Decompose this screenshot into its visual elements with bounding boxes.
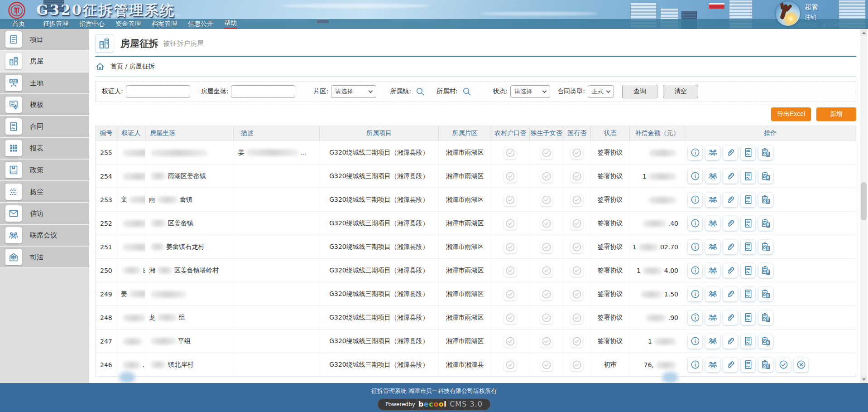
contract-doc-action-button[interactable]: [741, 287, 755, 301]
user-avatar[interactable]: [776, 1, 800, 26]
attachment-action-button[interactable]: [723, 145, 738, 160]
contract-doc-action-button[interactable]: [741, 216, 755, 231]
attachment-action-button[interactable]: [723, 193, 738, 207]
members-action-button[interactable]: [705, 216, 720, 231]
attachment-action-button[interactable]: [723, 216, 738, 231]
calculator-action-button[interactable]: [758, 310, 773, 325]
table-row-250: 250良湘区姜畲镇塔岭村G320绕城线三期项目（湘潭县段）湘潭市雨湖区签署协议1…: [96, 258, 856, 282]
nav-item-资金管理[interactable]: 资金管理: [115, 20, 141, 28]
info-action-button[interactable]: [688, 358, 702, 372]
calculator-icon: [761, 312, 771, 323]
brand-letter: e: [424, 400, 429, 408]
attachment-action-button[interactable]: [723, 358, 738, 372]
attachment-action-button[interactable]: [723, 334, 738, 349]
status-select[interactable]: 请选择: [510, 85, 550, 98]
column-header-权证人: 权证人: [117, 126, 145, 141]
members-action-button[interactable]: [705, 310, 720, 325]
blurred-text: [151, 173, 166, 179]
info-action-button[interactable]: [688, 193, 702, 207]
members-action-button[interactable]: [705, 193, 720, 207]
attachment-action-button[interactable]: [723, 310, 738, 325]
contract-doc-action-button[interactable]: [741, 193, 755, 207]
info-action-button[interactable]: [688, 310, 702, 325]
info-action-button[interactable]: [688, 263, 702, 278]
contract-doc-action-button[interactable]: [741, 263, 755, 278]
calculator-action-button[interactable]: [758, 287, 773, 301]
nav-item-档案管理[interactable]: 档案管理: [152, 20, 177, 28]
gray-check-icon: [505, 194, 516, 205]
blurred-text: [643, 220, 667, 227]
scrollbar-thumb[interactable]: [861, 182, 867, 220]
sidebar-item-扬尘[interactable]: 扬尘: [0, 181, 89, 203]
sidebar-item-土地[interactable]: SALE土地: [0, 73, 89, 94]
clear-button[interactable]: 清空: [663, 85, 698, 98]
calculator-action-button[interactable]: [758, 169, 773, 184]
sidebar-item-合同[interactable]: 合同: [0, 116, 89, 138]
attachment-action-button[interactable]: [723, 287, 738, 301]
members-action-button[interactable]: [705, 263, 720, 278]
attachment-action-button[interactable]: [723, 263, 738, 278]
cell-location: 姜畲镇石龙村: [145, 235, 234, 258]
scroll-up-arrow[interactable]: [860, 29, 867, 36]
breadcrumb-text[interactable]: 首页 / 房屋征拆: [110, 63, 155, 71]
info-action-button[interactable]: [688, 145, 702, 160]
contract-doc-action-button[interactable]: [741, 358, 755, 372]
attachment-action-button[interactable]: [723, 169, 738, 184]
logout-link[interactable]: 注销: [805, 13, 863, 21]
calculator-action-button[interactable]: [758, 334, 773, 349]
contract-doc-action-button[interactable]: [741, 169, 755, 184]
members-action-button[interactable]: [705, 145, 720, 160]
members-action-button[interactable]: [705, 240, 720, 254]
members-action-button[interactable]: [705, 287, 720, 301]
home-icon[interactable]: [95, 62, 105, 72]
column-header-操作: 操作: [685, 126, 856, 141]
contract-doc-action-button[interactable]: [741, 334, 755, 349]
sidebar-item-项目[interactable]: 项目: [0, 29, 89, 51]
owner-filter-input[interactable]: [126, 85, 190, 98]
area-select[interactable]: 请选择: [331, 85, 376, 98]
calculator-action-button[interactable]: [758, 358, 773, 372]
contract-doc-action-button[interactable]: [741, 240, 755, 254]
nav-item-指挥中心[interactable]: 指挥中心: [79, 20, 105, 28]
calculator-action-button[interactable]: [758, 240, 773, 254]
sidebar-item-模板[interactable]: 模板: [0, 94, 89, 116]
town-search-icon[interactable]: [415, 86, 426, 97]
search-button[interactable]: 查询: [622, 85, 657, 98]
location-filter-input[interactable]: [231, 85, 295, 98]
export-excel-button[interactable]: 导出Excel: [771, 107, 811, 121]
calculator-action-button[interactable]: [758, 145, 773, 160]
info-action-button[interactable]: [688, 240, 702, 254]
sidebar-item-信访[interactable]: 信访: [0, 203, 89, 225]
gray-check-icon: [571, 312, 582, 323]
attachment-action-button[interactable]: [723, 240, 738, 254]
contract-doc-action-button[interactable]: [741, 310, 755, 325]
members-action-button[interactable]: [705, 358, 720, 372]
info-action-button[interactable]: [688, 216, 702, 231]
village-search-icon[interactable]: [461, 86, 472, 97]
approve-action-button[interactable]: [776, 358, 791, 372]
contract-doc-action-button[interactable]: [741, 145, 755, 160]
info-action-button[interactable]: [688, 287, 702, 301]
gray-check-icon: [505, 242, 516, 252]
nav-item-帮助[interactable]: 帮助: [224, 19, 237, 29]
user-name[interactable]: 超管: [805, 3, 863, 11]
calculator-action-button[interactable]: [758, 193, 773, 207]
nav-item-征拆管理[interactable]: 征拆管理: [43, 20, 68, 28]
calculator-action-button[interactable]: [758, 216, 773, 231]
calculator-action-button[interactable]: [758, 263, 773, 278]
sidebar-item-联席会议[interactable]: 联席会议: [0, 225, 89, 247]
scroll-down-arrow[interactable]: [860, 376, 867, 383]
info-action-button[interactable]: [688, 334, 702, 349]
reject-action-button[interactable]: [794, 358, 808, 372]
nav-item-首页[interactable]: 首页: [12, 20, 25, 28]
sidebar-item-政策[interactable]: 政策: [0, 160, 89, 181]
members-action-button[interactable]: [705, 334, 720, 349]
contract-type-select[interactable]: 正式: [588, 85, 614, 98]
sidebar-item-司法[interactable]: 司法: [0, 247, 89, 268]
members-action-button[interactable]: [705, 169, 720, 184]
add-button[interactable]: 新增: [816, 107, 856, 121]
info-action-button[interactable]: [688, 169, 702, 184]
sidebar-item-报表[interactable]: 报表: [0, 138, 89, 160]
sidebar-item-房屋[interactable]: 房屋: [0, 51, 89, 73]
nav-item-信息公开[interactable]: 信息公开: [188, 20, 213, 28]
